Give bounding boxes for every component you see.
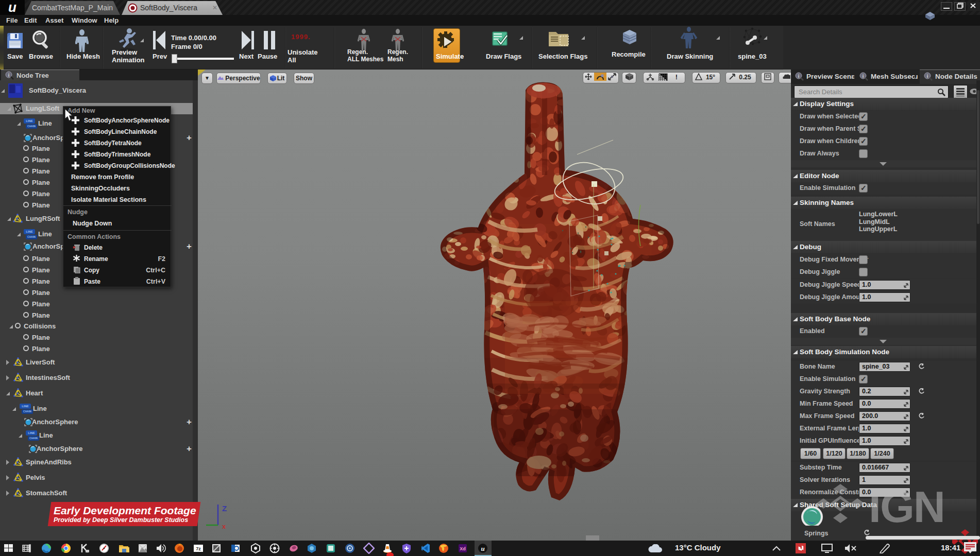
svg-text:i: i [798,74,800,79]
svg-text:x: x [222,523,226,530]
svg-text:Xd: Xd [460,546,466,551]
svg-text:15°: 15° [706,74,715,81]
svg-text:7z: 7z [196,546,201,551]
svg-text:i: i [8,73,10,78]
svg-text:!: ! [675,73,678,81]
svg-text:i: i [863,74,864,79]
svg-text:Z: Z [222,504,227,513]
svg-text:0.25: 0.25 [739,74,751,81]
svg-text:i: i [927,74,928,79]
svg-text:u: u [481,545,484,552]
